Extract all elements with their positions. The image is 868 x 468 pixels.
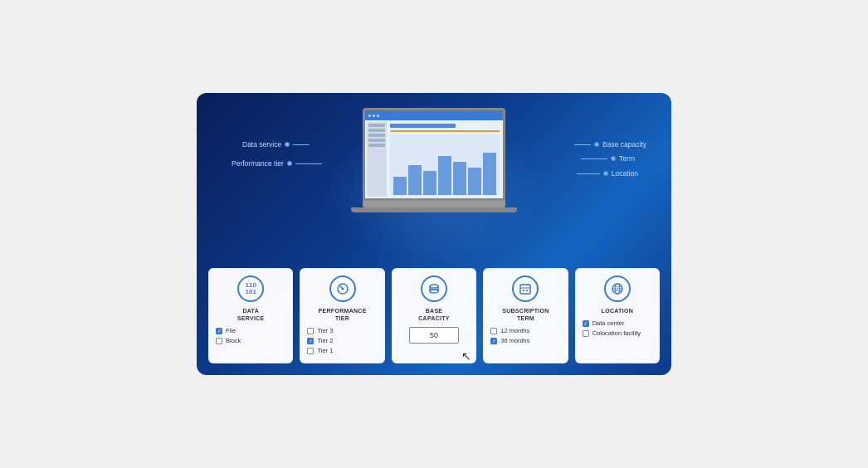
- card-subscription-term-title: SUBSCRIPTIONTERM: [490, 307, 560, 322]
- location-options: ✓ Data center Colocation facility: [583, 319, 652, 337]
- svg-rect-6: [526, 290, 528, 291]
- svg-rect-5: [523, 290, 524, 291]
- checkbox-colocation[interactable]: [583, 330, 589, 337]
- performance-tier-label: Performance tier: [232, 159, 322, 168]
- gauge-icon: [329, 275, 356, 302]
- data-service-label: Data service: [242, 140, 310, 149]
- option-tier3[interactable]: Tier 3: [307, 327, 377, 334]
- option-tier1[interactable]: Tier 1: [307, 347, 377, 354]
- checkbox-12months[interactable]: [490, 328, 497, 334]
- card-data-service-title: DATASERVICE: [216, 307, 285, 322]
- option-tier2[interactable]: ✓ Tier 2: [307, 337, 377, 344]
- binary-icon: 110101: [237, 275, 264, 302]
- card-location: LOCATION ✓ Data center Colocation facili…: [575, 268, 660, 363]
- checkbox-datacenter[interactable]: ✓: [583, 320, 589, 327]
- card-performance-tier-title: PERFORMANCETIER: [307, 307, 377, 322]
- card-location-title: LOCATION: [583, 307, 652, 314]
- card-subscription-term: SUBSCRIPTIONTERM 12 months ✓ 36 months: [483, 268, 568, 363]
- database-icon: [421, 275, 447, 302]
- checkbox-tier1[interactable]: [307, 348, 314, 354]
- svg-rect-4: [520, 285, 530, 294]
- option-12months[interactable]: 12 months: [490, 327, 560, 334]
- checkbox-tier2[interactable]: ✓: [307, 338, 314, 344]
- term-label: Term: [581, 154, 635, 163]
- card-base-capacity: BASECAPACITY 50 ↖: [392, 268, 476, 363]
- calendar-icon: [512, 275, 539, 302]
- svg-point-2: [430, 285, 438, 288]
- option-block[interactable]: Block: [216, 337, 285, 344]
- base-capacity-label: Base capacity: [574, 140, 646, 149]
- globe-icon: [604, 275, 631, 302]
- checkbox-file[interactable]: ✓: [216, 328, 222, 334]
- label-group: Data service Performance tier Base capac…: [197, 93, 671, 226]
- cards-row: 110101 DATASERVICE ✓ File Block: [208, 268, 660, 363]
- main-container: Data service Performance tier Base capac…: [197, 93, 671, 375]
- capacity-input-container: 50 ↖: [399, 327, 469, 344]
- location-label: Location: [577, 169, 638, 178]
- card-performance-tier: PERFORMANCETIER Tier 3 ✓ Tier 2 Tier 1: [300, 268, 384, 363]
- option-36months[interactable]: ✓ 36 months: [490, 337, 560, 344]
- capacity-input-display[interactable]: 50 ↖: [409, 327, 459, 344]
- performance-tier-options: Tier 3 ✓ Tier 2 Tier 1: [307, 327, 377, 354]
- data-service-options: ✓ File Block: [216, 327, 285, 344]
- option-colocation[interactable]: Colocation facility: [583, 329, 652, 337]
- card-base-capacity-title: BASECAPACITY: [399, 307, 469, 322]
- checkbox-block[interactable]: [216, 338, 222, 344]
- card-data-service: 110101 DATASERVICE ✓ File Block: [208, 268, 293, 363]
- option-datacenter[interactable]: ✓ Data center: [583, 319, 652, 327]
- svg-point-3: [430, 290, 438, 293]
- checkbox-36months[interactable]: ✓: [490, 338, 497, 344]
- subscription-term-options: 12 months ✓ 36 months: [490, 327, 560, 344]
- svg-point-1: [341, 288, 344, 290]
- checkbox-tier3[interactable]: [307, 328, 314, 334]
- option-file[interactable]: ✓ File: [216, 327, 285, 334]
